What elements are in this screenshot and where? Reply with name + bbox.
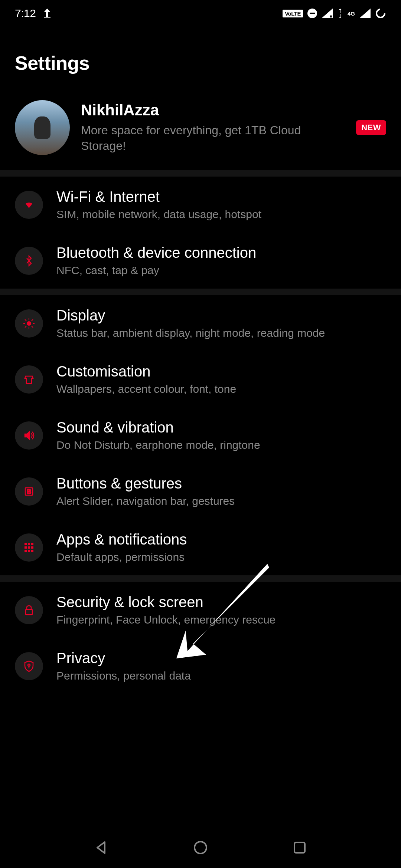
- svg-rect-20: [31, 546, 33, 549]
- svg-point-27: [195, 842, 206, 854]
- settings-item-sub: NFC, cast, tap & pay: [56, 264, 386, 277]
- loading-icon: [375, 8, 386, 19]
- navigation-bar: [0, 827, 401, 868]
- wifi-icon: [15, 191, 43, 219]
- svg-line-12: [32, 319, 33, 321]
- svg-text:R: R: [330, 14, 333, 18]
- svg-rect-16: [28, 543, 30, 545]
- settings-item-sub: Default apps, permissions: [56, 551, 386, 563]
- svg-rect-19: [28, 546, 30, 549]
- profile-name: NikhilAzza: [81, 101, 345, 119]
- settings-item-sound[interactable]: Sound & vibration Do Not Disturb, earpho…: [0, 407, 401, 463]
- settings-item-title: Sound & vibration: [56, 419, 386, 436]
- profile-promo: More space for everything, get 1TB Cloud…: [81, 123, 345, 154]
- svg-line-9: [25, 319, 26, 321]
- divider: [0, 170, 401, 177]
- shield-icon: [15, 652, 43, 680]
- dnd-icon: [307, 9, 317, 18]
- volte-badge: VoLTE: [283, 10, 303, 17]
- page-title: Settings: [0, 26, 401, 93]
- network-label: 4G: [348, 10, 355, 17]
- settings-item-sub: Alert Slider, navigation bar, gestures: [56, 495, 386, 507]
- svg-text:B: B: [27, 489, 31, 495]
- nav-back-button[interactable]: [91, 838, 112, 858]
- settings-item-buttons[interactable]: B Buttons & gestures Alert Slider, navig…: [0, 463, 401, 519]
- settings-item-sub: Do Not Disturb, earphone mode, ringtone: [56, 439, 386, 451]
- status-time: 7:12: [15, 7, 36, 20]
- signal-icon-2: [359, 9, 371, 18]
- svg-point-25: [28, 664, 30, 666]
- settings-item-title: Bluetooth & device connection: [56, 244, 386, 261]
- customisation-icon: [15, 365, 43, 394]
- svg-rect-23: [31, 550, 33, 552]
- settings-item-customisation[interactable]: Customisation Wallpapers, accent colour,…: [0, 351, 401, 407]
- upload-icon: [43, 9, 51, 18]
- divider: [0, 575, 401, 582]
- settings-item-sub: Status bar, ambient display, night mode,…: [56, 327, 386, 339]
- settings-item-bluetooth[interactable]: Bluetooth & device connection NFC, cast,…: [0, 233, 401, 289]
- settings-item-title: Display: [56, 307, 386, 324]
- profile-row[interactable]: NikhilAzza More space for everything, ge…: [0, 93, 401, 170]
- svg-point-4: [27, 321, 31, 326]
- display-icon: [15, 309, 43, 338]
- nav-home-button[interactable]: [190, 838, 211, 858]
- data-arrows-icon: [337, 9, 343, 18]
- settings-item-privacy[interactable]: Privacy Permissions, personal data: [0, 638, 401, 694]
- settings-item-title: Buttons & gestures: [56, 475, 386, 492]
- svg-point-3: [376, 9, 385, 17]
- new-badge: NEW: [356, 120, 386, 135]
- svg-line-10: [32, 326, 33, 328]
- status-bar: 7:12 VoLTE R 4G: [0, 0, 401, 26]
- svg-rect-24: [26, 609, 32, 615]
- settings-item-title: Customisation: [56, 363, 386, 380]
- avatar: [15, 100, 70, 155]
- signal-icon-1: R: [322, 9, 333, 18]
- svg-rect-28: [294, 842, 305, 853]
- settings-item-display[interactable]: Display Status bar, ambient display, nig…: [0, 295, 401, 351]
- settings-item-sub: Wallpapers, accent colour, font, tone: [56, 383, 386, 395]
- settings-item-title: Wi-Fi & Internet: [56, 188, 386, 205]
- svg-rect-21: [25, 550, 27, 552]
- svg-rect-18: [25, 546, 27, 549]
- settings-item-wifi[interactable]: Wi-Fi & Internet SIM, mobile network, da…: [0, 177, 401, 233]
- svg-line-11: [25, 326, 26, 328]
- settings-item-sub: SIM, mobile network, data usage, hotspot: [56, 208, 386, 221]
- settings-item-title: Apps & notifications: [56, 531, 386, 548]
- settings-item-sub: Permissions, personal data: [56, 670, 386, 682]
- buttons-icon: B: [15, 477, 43, 506]
- apps-icon: [15, 533, 43, 562]
- settings-item-title: Security & lock screen: [56, 594, 386, 611]
- sound-icon: [15, 421, 43, 450]
- lock-icon: [15, 596, 43, 624]
- bluetooth-icon: [15, 247, 43, 275]
- settings-item-apps[interactable]: Apps & notifications Default apps, permi…: [0, 519, 401, 575]
- svg-rect-1: [310, 13, 315, 14]
- settings-item-sub: Fingerprint, Face Unlock, emergency resc…: [56, 614, 386, 626]
- divider: [0, 289, 401, 295]
- nav-recent-button[interactable]: [289, 838, 310, 858]
- svg-rect-15: [25, 543, 27, 545]
- settings-item-title: Privacy: [56, 650, 386, 667]
- settings-item-security[interactable]: Security & lock screen Fingerprint, Face…: [0, 582, 401, 638]
- svg-rect-17: [31, 543, 33, 545]
- svg-rect-22: [28, 550, 30, 552]
